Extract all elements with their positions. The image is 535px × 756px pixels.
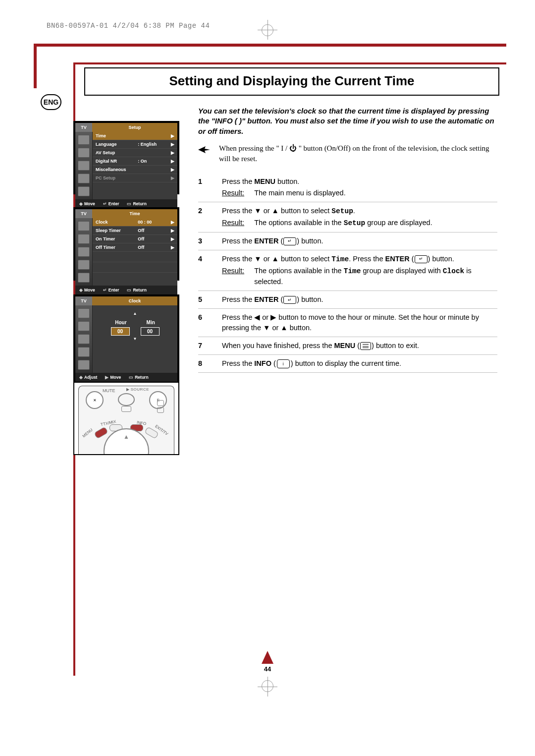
- osd-hint-adjust: Adjust: [79, 375, 97, 380]
- osd-hint-move: Move: [79, 201, 95, 206]
- language-badge: ENG: [41, 94, 61, 110]
- step-row: 5 Press the ENTER (↵) button.: [198, 291, 497, 309]
- page-number: 44: [264, 665, 271, 673]
- osd-tab-tv: TV: [75, 209, 92, 218]
- osd-category-icons: [75, 305, 93, 373]
- steps-list: 1 Press the MENU button. Result:The main…: [198, 173, 497, 373]
- osd-hint-enter: Enter: [103, 288, 119, 292]
- osd-hint-enter: Enter: [103, 201, 119, 206]
- crop-target-top: [262, 24, 273, 36]
- osd-title: Setup: [92, 123, 177, 132]
- osd-category-icons: [75, 218, 93, 286]
- step-row: 2 Press the ▼ or ▲ button to select Setu…: [198, 202, 497, 233]
- osd-clock-screenshot: TV Clock ▲ Hour Min 00 00 ▼ Adjust: [73, 294, 179, 384]
- osd-hint-return: Return: [127, 201, 146, 206]
- remote-small-button: [157, 407, 164, 413]
- enter-icon: ↵: [283, 296, 296, 304]
- menu-icon: [360, 342, 371, 350]
- osd-time-list: Clock00 : 00▶ Sleep TimerOff▶ On TimerOf…: [93, 218, 177, 286]
- osd-hint-return: Return: [129, 375, 148, 380]
- page-continue-arrow-icon: [262, 651, 273, 664]
- osd-hint-move: Move: [105, 375, 121, 380]
- osd-time-screenshot: TV Time Clock00 : 00▶ Sleep TimerOff▶ On…: [73, 207, 179, 281]
- remote-dpad: [104, 428, 149, 455]
- step-row: 7 When you have finished, press the MENU…: [198, 337, 497, 355]
- remote-small-button: [121, 406, 131, 412]
- remote-mute-label: MUTE: [103, 388, 115, 393]
- enter-icon: ↵: [283, 237, 296, 245]
- osd-setup-screenshot: TV Setup Time▶ Language: English▶ AV Set…: [73, 121, 179, 194]
- remote-small-button: [157, 400, 164, 406]
- remote-menu-label: MENU: [82, 427, 94, 438]
- note-arrow-icon: [198, 145, 210, 154]
- osd-tab-tv: TV: [75, 296, 92, 305]
- osd-tab-tv: TV: [75, 123, 92, 132]
- info-icon: i: [277, 359, 290, 368]
- step-row: 1 Press the MENU button. Result:The main…: [198, 173, 497, 202]
- clock-min-label: Min: [147, 320, 155, 325]
- osd-hint-return: Return: [127, 288, 146, 292]
- remote-illustration: ✕ MUTE ⎘ ▶ SOURCE MENU TTX/MIX INFO EXIT…: [73, 382, 179, 455]
- clock-hour-label: Hour: [115, 320, 126, 325]
- remote-mid-button: [118, 393, 135, 406]
- osd-hint-move: Move: [79, 288, 95, 292]
- step-row: 4 Press the ▼ or ▲ button to select Time…: [198, 250, 497, 291]
- remote-mute-button: ✕: [86, 391, 104, 409]
- enter-icon: ↵: [415, 255, 428, 263]
- remote-source-label: ▶ SOURCE: [126, 387, 149, 392]
- accent-border-top: [34, 44, 506, 47]
- step-row: 8 Press the INFO (i) button to display t…: [198, 355, 497, 373]
- osd-title: Clock: [92, 296, 177, 305]
- osd-category-icons: [75, 132, 93, 199]
- page-title: Setting and Displaying the Current Time: [84, 67, 499, 96]
- clock-hour-value: 00: [111, 327, 130, 336]
- osd-setup-list: Time▶ Language: English▶ AV Setup▶ Digit…: [93, 132, 177, 199]
- step-row: 6 Press the ◀ or ▶ button to move to the…: [198, 309, 497, 337]
- crop-target-bottom: [262, 680, 273, 692]
- print-header: BN68-00597A-01 4/2/04 6:38 PM Page 44: [47, 22, 210, 30]
- accent-inner-top: [73, 62, 506, 64]
- reset-note: When pressing the " I / ⏻ " button (On/O…: [198, 143, 497, 164]
- clock-min-value: 00: [141, 327, 160, 336]
- step-row: 3 Press the ENTER (↵) button.: [198, 233, 497, 250]
- accent-border-left: [34, 44, 37, 88]
- remote-menu-pill: [94, 426, 108, 439]
- osd-title: Time: [92, 209, 177, 218]
- intro-paragraph: You can set the television's clock so th…: [198, 106, 497, 136]
